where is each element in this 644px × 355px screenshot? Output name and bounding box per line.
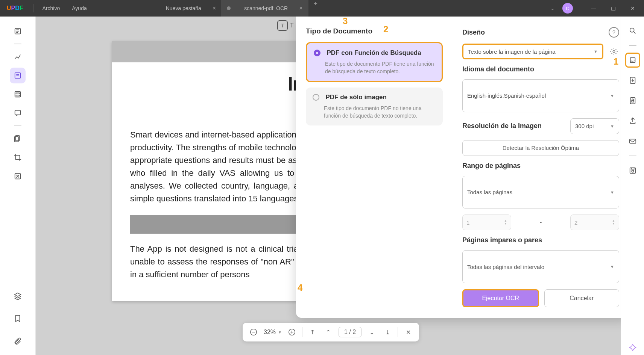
svg-rect-4 [16,95,19,96]
status-bar: 32% ▼ ⤒ ⌃ 1 / 2 ⌄ ⤓ ✕ [243,323,419,341]
caret-down-icon: ▼ [610,264,614,269]
close-status-button[interactable]: ✕ [402,326,414,338]
email-icon[interactable] [625,134,640,149]
zoom-in-button[interactable] [286,326,298,338]
text-tool[interactable]: T T [277,20,294,31]
doc-type-heading: Tipo de Documento [306,27,443,35]
pages-icon[interactable] [10,131,26,147]
tools-icon[interactable] [10,168,26,184]
zoom-out-button[interactable] [248,326,259,338]
range-label: Rango de páginas [462,162,619,170]
select-value: Texto sobre la imagen de la página [468,48,556,55]
svg-rect-3 [16,93,19,94]
svg-text:OCR: OCR [630,59,635,62]
lang-select[interactable]: English-inglés,Spanish-español ▼ [462,79,619,112]
highlight-icon[interactable] [10,49,26,65]
svg-rect-16 [630,98,635,104]
avatar[interactable]: C [562,3,573,14]
annot-4: 4 [298,282,302,293]
input-value: 1 [466,219,469,226]
form-icon[interactable] [10,86,26,102]
run-ocr-button[interactable]: Ejecutar OCR [462,289,539,307]
doctype-image-only[interactable]: PDF de sólo imagen Este tipo de document… [306,88,443,125]
tab-label: Nueva pestaña [166,5,201,11]
current-page: 1 [344,329,348,335]
doctype-title: PDF de sólo imagen [325,94,386,101]
oddeven-select[interactable]: Todas las páginas del intervalo ▼ [462,250,619,283]
caret-down-icon: ▼ [610,124,614,128]
annot-3: 3 [343,17,348,26]
left-rail [0,17,36,355]
detect-resolution-button[interactable]: Detectar la Resolución Óptima [462,140,619,156]
first-page-button[interactable]: ⤒ [307,326,318,338]
reader-icon[interactable] [10,23,26,39]
text-tool-label: T [281,23,284,29]
select-value: Todas las páginas [467,189,512,195]
diseno-label: Diseño [462,29,485,36]
lang-label: Idioma del documento [462,65,619,73]
range-select[interactable]: Todas las páginas ▼ [462,176,619,209]
radio-icon [314,50,320,56]
chevron-down-icon[interactable]: ⌄ [546,5,559,11]
document-canvas[interactable]: T T Improve Win Smart devices and intern… [36,17,621,355]
stepper-icon[interactable]: ▲▼ [612,219,615,225]
page-to-input[interactable]: 2 ▲▼ [570,215,619,230]
caret-down-icon[interactable]: ▼ [278,330,282,334]
close-icon[interactable]: × [299,5,302,12]
search-icon[interactable] [625,23,640,38]
res-select[interactable]: 300 dpi ▼ [570,118,619,134]
close-icon[interactable]: × [213,5,216,12]
doctype-searchable[interactable]: PDF con Función de Búsqueda Este tipo de… [306,42,443,82]
doctype-desc: Este tipo de documento PDF no tiene una … [324,105,436,119]
title-bar: UPDF Archivo Ayuda Nueva pestaña × scann… [0,0,644,17]
svg-point-20 [632,170,634,172]
svg-rect-5 [15,110,21,115]
next-page-button[interactable]: ⌄ [366,326,377,338]
edit-icon[interactable] [10,68,26,83]
maximize-button[interactable]: ▢ [605,0,621,17]
help-icon[interactable]: ? [609,27,619,38]
tab-new[interactable]: Nueva pestaña × [161,0,222,17]
annotate-icon[interactable] [10,105,26,121]
attachment-icon[interactable] [10,333,26,349]
doctype-title: PDF con Función de Búsqueda [327,49,421,56]
res-label: Resolución de la Imagen [462,122,565,130]
prev-page-button[interactable]: ⌃ [323,326,334,338]
ocr-panel: Tipo de Documento PDF con Función de Bús… [296,17,621,318]
svg-rect-17 [632,100,634,102]
select-value: English-inglés,Spanish-español [467,92,546,99]
menu-archivo[interactable]: Archivo [36,5,66,11]
close-window-button[interactable]: ✕ [624,0,641,17]
select-value: Todas las páginas del intervalo [467,264,544,270]
diseno-select[interactable]: Texto sobre la imagen de la página ▼ [462,44,603,59]
page-from-input[interactable]: 1 ▲▼ [462,215,511,230]
app-logo: UPDF [0,5,30,12]
new-tab-button[interactable]: + [308,0,323,17]
crop-icon[interactable] [10,150,26,165]
convert-icon[interactable] [625,73,640,88]
total-pages: 2 [352,329,356,335]
range-dash: - [516,219,565,227]
protect-icon[interactable] [625,93,640,108]
share-icon[interactable] [625,113,640,128]
save-icon[interactable] [625,163,640,178]
ai-icon[interactable] [625,340,640,355]
cancel-button[interactable]: Cancelar [544,289,620,307]
tab-doc[interactable]: scanned-pdf_OCR × [222,0,308,17]
stepper-icon[interactable]: ▲▼ [504,219,507,225]
caret-down-icon: ▼ [610,190,614,195]
svg-point-12 [630,28,634,32]
annot-2: 2 [383,24,388,35]
oddeven-label: Páginas impares o pares [462,236,619,244]
zoom-value: 32% [264,329,276,335]
layers-icon[interactable] [10,288,26,304]
menu-ayuda[interactable]: Ayuda [66,5,93,11]
page-indicator[interactable]: 1 / 2 [339,327,361,337]
caret-down-icon: ▼ [610,94,614,98]
minimize-button[interactable]: — [585,0,602,17]
ocr-icon[interactable]: OCR [625,53,640,68]
bookmark-icon[interactable] [10,311,26,326]
gear-icon[interactable] [609,46,619,57]
svg-point-9 [613,50,615,53]
last-page-button[interactable]: ⤓ [382,326,393,338]
